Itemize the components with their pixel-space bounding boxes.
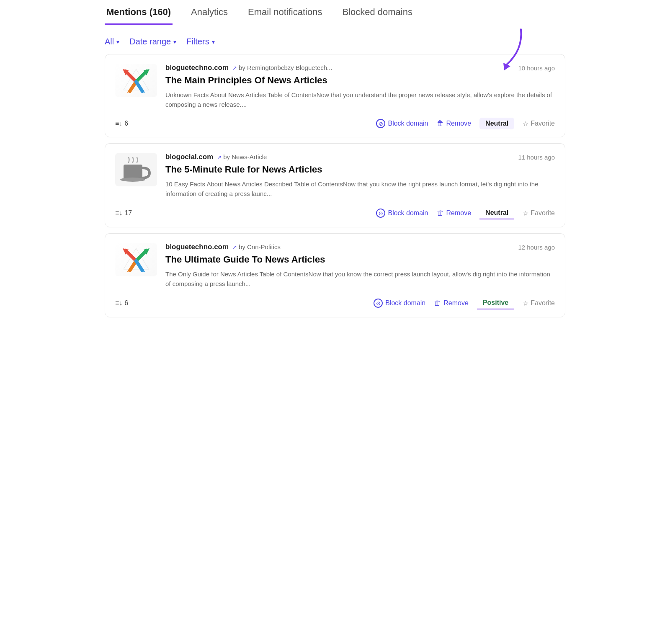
remove-label: Remove [446, 120, 472, 127]
sentiment-button[interactable]: Neutral [479, 118, 514, 129]
filter-filters[interactable]: Filters▾ [186, 37, 214, 46]
favorite-label: Favorite [531, 209, 555, 217]
block-domain-button[interactable]: ⊘ Block domain [376, 209, 428, 218]
external-link-icon[interactable]: ↗ [232, 244, 237, 250]
favorite-label: Favorite [531, 120, 555, 127]
card-domain-author: bloguetechno.com ↗ by Remingtonbcbzy Blo… [165, 64, 332, 72]
count-value: 17 [124, 209, 132, 217]
block-domain-button[interactable]: ⊘ Block domain [374, 299, 425, 308]
block-domain-button[interactable]: ⊘ Block domain [376, 119, 428, 128]
remove-button[interactable]: 🗑 Remove [437, 119, 472, 128]
card-description: 10 Easy Facts About News Articles Descri… [165, 179, 555, 199]
remove-button[interactable]: 🗑 Remove [434, 299, 469, 307]
count-value: 6 [124, 299, 128, 307]
article-thumbnail [115, 153, 157, 186]
sentiment-button[interactable]: Neutral [479, 207, 514, 219]
card-count: ≡↓ 6 [115, 120, 128, 127]
article-card-2: blogocial.com ↗ by News-Article 11 hours… [105, 143, 565, 227]
external-link-icon[interactable]: ↗ [232, 65, 237, 71]
trash-icon: 🗑 [434, 299, 441, 307]
sort-icon: ≡↓ [115, 209, 122, 217]
card-actions: ⊘ Block domain 🗑 Remove Neutral ☆ Favori… [376, 207, 555, 219]
card-actions: ⊘ Block domain 🗑 Remove Positive ☆ Favor… [374, 297, 555, 309]
card-title: The Ultimate Guide To News Articles [165, 254, 555, 266]
domain-name[interactable]: blogocial.com [165, 153, 213, 161]
star-icon: ☆ [523, 299, 528, 307]
star-icon: ☆ [523, 120, 528, 128]
article-thumbnail [115, 243, 157, 276]
card-meta: blogocial.com ↗ by News-Article 11 hours… [165, 153, 555, 161]
card-actions: ⊘ Block domain 🗑 Remove Neutral ☆ Favori… [376, 118, 555, 129]
article-thumbnail [115, 64, 157, 97]
block-domain-label: Block domain [388, 120, 428, 127]
remove-button[interactable]: 🗑 Remove [437, 209, 472, 217]
article-card-3: bloguetechno.com ↗ by Cnn-Politics 12 ho… [105, 233, 565, 317]
card-time: 11 hours ago [518, 154, 555, 161]
block-icon: ⊘ [376, 119, 385, 128]
filter-label-filters: Filters [186, 37, 209, 46]
card-content: blogocial.com ↗ by News-Article 11 hours… [165, 153, 555, 198]
card-top: bloguetechno.com ↗ by Cnn-Politics 12 ho… [115, 243, 555, 289]
favorite-button[interactable]: ☆ Favorite [523, 209, 555, 217]
svg-rect-6 [124, 165, 142, 179]
card-domain-author: bloguetechno.com ↗ by Cnn-Politics [165, 243, 281, 251]
card-description: Unknown Facts About News Articles Table … [165, 90, 555, 110]
external-link-icon[interactable]: ↗ [217, 154, 222, 160]
card-time: 12 hours ago [518, 244, 555, 251]
tab-bar: Mentions (160)AnalyticsEmail notificatio… [100, 0, 570, 25]
tab-blocked-domains[interactable]: Blocked domains [340, 0, 414, 25]
card-author: by News-Article [223, 153, 267, 160]
svg-point-7 [120, 178, 145, 182]
trash-icon: 🗑 [437, 209, 444, 217]
chevron-down-icon: ▾ [173, 39, 176, 45]
block-icon: ⊘ [374, 299, 383, 308]
chevron-down-icon: ▾ [116, 39, 119, 45]
block-domain-label: Block domain [388, 209, 428, 217]
card-description: The Only Guide for News Articles Table o… [165, 269, 555, 289]
card-footer: ≡↓ 6 ⊘ Block domain 🗑 Remove Neutral ☆ F… [115, 118, 555, 129]
favorite-button[interactable]: ☆ Favorite [523, 299, 555, 307]
card-meta: bloguetechno.com ↗ by Cnn-Politics 12 ho… [165, 243, 555, 251]
tab-analytics[interactable]: Analytics [189, 0, 229, 25]
trash-icon: 🗑 [437, 119, 444, 128]
card-author: by Cnn-Politics [239, 243, 281, 250]
sort-icon: ≡↓ [115, 299, 122, 307]
card-top: blogocial.com ↗ by News-Article 11 hours… [115, 153, 555, 198]
card-footer: ≡↓ 17 ⊘ Block domain 🗑 Remove Neutral ☆ … [115, 207, 555, 219]
tab-mentions[interactable]: Mentions (160) [105, 0, 173, 25]
remove-label: Remove [443, 299, 469, 307]
card-count: ≡↓ 6 [115, 299, 128, 307]
cards-list: bloguetechno.com ↗ by Remingtonbcbzy Blo… [100, 54, 570, 334]
filter-all[interactable]: All▾ [105, 37, 119, 46]
chevron-down-icon: ▾ [212, 39, 215, 45]
card-content: bloguetechno.com ↗ by Remingtonbcbzy Blo… [165, 64, 555, 109]
star-icon: ☆ [523, 209, 528, 217]
block-domain-label: Block domain [385, 299, 425, 307]
favorite-label: Favorite [531, 299, 555, 307]
sentiment-button[interactable]: Positive [477, 297, 514, 309]
sort-icon: ≡↓ [115, 120, 122, 127]
card-content: bloguetechno.com ↗ by Cnn-Politics 12 ho… [165, 243, 555, 289]
card-count: ≡↓ 17 [115, 209, 132, 217]
remove-label: Remove [446, 209, 472, 217]
domain-name[interactable]: bloguetechno.com [165, 243, 229, 251]
card-time: 10 hours ago [518, 64, 555, 72]
filter-label-all: All [105, 37, 114, 46]
block-icon: ⊘ [376, 209, 385, 218]
tab-email-notifications[interactable]: Email notifications [246, 0, 324, 25]
card-domain-author: blogocial.com ↗ by News-Article [165, 153, 267, 161]
article-card-1: bloguetechno.com ↗ by Remingtonbcbzy Blo… [105, 54, 565, 137]
card-title: The 5-Minute Rule for News Articles [165, 164, 555, 176]
card-author: by Remingtonbcbzy Bloguetech... [239, 64, 332, 71]
count-value: 6 [124, 120, 128, 127]
card-footer: ≡↓ 6 ⊘ Block domain 🗑 Remove Positive ☆ … [115, 297, 555, 309]
card-top: bloguetechno.com ↗ by Remingtonbcbzy Blo… [115, 64, 555, 109]
filter-label-date-range: Date range [129, 37, 171, 46]
card-title: The Main Principles Of News Articles [165, 75, 555, 87]
card-meta: bloguetechno.com ↗ by Remingtonbcbzy Blo… [165, 64, 555, 72]
domain-name[interactable]: bloguetechno.com [165, 64, 229, 72]
filters-row: All▾Date range▾Filters▾ [100, 25, 570, 54]
filter-date-range[interactable]: Date range▾ [129, 37, 176, 46]
favorite-button[interactable]: ☆ Favorite [523, 120, 555, 128]
